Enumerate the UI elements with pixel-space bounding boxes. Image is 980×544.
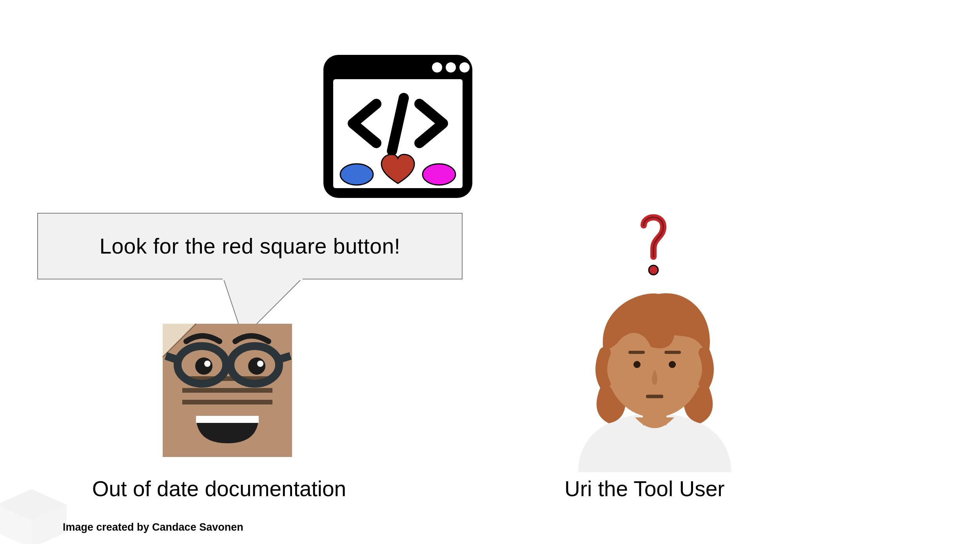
svg-point-23 <box>257 361 263 367</box>
svg-line-19 <box>280 356 290 359</box>
documentation-caption: Out of date documentation <box>92 476 346 501</box>
svg-point-21 <box>248 357 265 375</box>
document-character-icon <box>159 320 296 461</box>
svg-point-2 <box>446 62 456 73</box>
uri-caption: Uri the Tool User <box>564 476 725 501</box>
svg-rect-9 <box>223 279 303 280</box>
svg-line-18 <box>166 356 175 359</box>
image-credit: Image created by Candace Savonen <box>63 521 243 533</box>
book-icon <box>0 489 67 544</box>
speech-bubble: Look for the red square button! <box>37 213 463 279</box>
svg-point-32 <box>633 361 641 368</box>
svg-rect-30 <box>628 351 645 354</box>
code-window-icon <box>319 51 476 202</box>
svg-rect-24 <box>196 416 259 423</box>
svg-point-33 <box>669 361 676 368</box>
svg-point-7 <box>423 164 456 185</box>
svg-point-25 <box>649 265 658 275</box>
svg-point-22 <box>204 361 211 367</box>
svg-point-6 <box>340 164 373 185</box>
svg-point-20 <box>195 357 212 375</box>
svg-point-1 <box>432 62 442 73</box>
svg-point-3 <box>459 62 470 73</box>
speech-bubble-text: Look for the red square button! <box>100 234 401 259</box>
svg-rect-34 <box>646 395 663 398</box>
person-icon <box>570 284 739 472</box>
svg-rect-31 <box>664 351 681 354</box>
question-mark-icon <box>638 210 669 279</box>
